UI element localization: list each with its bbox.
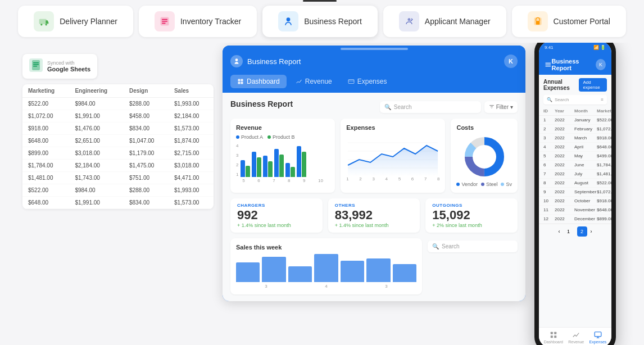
phone-nav-revenue[interactable]: Revenue (568, 331, 584, 344)
table-row: $1,072.00$1,991.00$458.00$2,184.00 (22, 110, 214, 122)
svg-rect-18 (241, 79, 243, 81)
phone-body: Annual Expenses Add expense 🔍 Search ≡ I… (539, 75, 611, 327)
bottom-search: 🔍 Search (428, 238, 518, 294)
phone-table-row: 32022March$918.00 (539, 134, 611, 143)
phone-titlebar: Business Report K (539, 56, 611, 75)
bar-group (285, 163, 295, 177)
customer-label: Customer Portal (554, 17, 610, 26)
svg-point-16 (235, 58, 238, 61)
sales-card: Sales this week 343 (230, 238, 422, 294)
stats-row: CHARGERS 992 + 1.4% since last month OTH… (230, 198, 518, 233)
sales-bar (366, 258, 390, 282)
sheets-icon (29, 58, 43, 74)
legend-vendor: Vendor (456, 181, 478, 187)
phone-nav-expenses[interactable]: Expenses (589, 331, 607, 344)
page-1-button[interactable]: 1 (564, 226, 574, 237)
search-bar[interactable]: 🔍 Search (380, 101, 481, 113)
nav-revenue[interactable]: Revenue (289, 75, 339, 88)
svg-rect-19 (238, 82, 241, 84)
sync-text: Synced with Google Sheets (47, 60, 90, 72)
table-row: $899.00$3,018.00$1,179.00$2,715.00 (22, 147, 214, 160)
legend-sv: Sv (501, 181, 512, 187)
phone-section-header: Annual Expenses Add expense (539, 75, 611, 93)
phone-bottom-nav: Dashboard Revenue Expenses (539, 327, 611, 345)
legend-steel: Steel (481, 181, 498, 187)
phone-table-row: 102022October$918.00 (539, 197, 611, 206)
sales-bar (341, 261, 364, 282)
page-2-button[interactable]: 2 (577, 226, 587, 237)
col-sales: Sales (169, 84, 214, 98)
svg-point-8 (407, 18, 410, 21)
bar-group (274, 149, 284, 177)
tab-delivery[interactable]: Delivery Planner (18, 6, 133, 37)
phone-table-row: 42022April$648.00 (539, 143, 611, 152)
svg-rect-37 (551, 332, 553, 334)
col-design: Design (124, 84, 169, 98)
bottom-search-bar[interactable]: 🔍 Search (428, 240, 518, 252)
inventory-label: Inventory Tracker (180, 17, 241, 26)
x-axis: 5678910 (236, 178, 329, 183)
search-icon: 🔍 (384, 104, 391, 110)
app-body: Business Report 🔍 Search Filter ▾ (223, 93, 525, 301)
svg-rect-15 (33, 66, 37, 67)
sales-x-axis: 343 (236, 284, 416, 289)
stat-others: OTHERS 83,992 + 1.4% since last month (328, 198, 420, 233)
app-title: Business Report (230, 55, 301, 67)
phone-pagination: ‹ 1 2 › (539, 224, 611, 239)
tab-applicant[interactable]: Applicant Manager (383, 6, 506, 37)
expenses-x-axis: 12345678 (346, 176, 439, 181)
legend-product-a: Product A (236, 134, 263, 140)
svg-rect-12 (32, 60, 40, 70)
phone-table-header: ID Year Month Marketing (539, 107, 611, 116)
line-chart (346, 134, 439, 176)
svg-rect-21 (348, 80, 354, 84)
phone-nav-dashboard[interactable]: Dashboard (544, 331, 563, 344)
delivery-label: Delivery Planner (60, 17, 117, 26)
tab-inventory[interactable]: Inventory Tracker (139, 6, 257, 37)
bar-group (297, 146, 306, 177)
phone-table-row: 92022September$1,072.00 (539, 188, 611, 197)
phone-add-expense-button[interactable]: Add expense (579, 78, 607, 92)
tab-customer[interactable]: Customer Portal (512, 6, 626, 37)
tab-business[interactable]: Business Report (262, 6, 378, 37)
phone-outer: 9:41 📶 🔋 Business Report K (534, 37, 616, 345)
app-titlebar: Business Report K (223, 50, 525, 72)
bottom-search-icon: 🔍 (432, 243, 439, 249)
app-title-icon (230, 55, 243, 67)
sales-bar (262, 257, 285, 282)
app-window: Business Report K Dashboard Revenue Expe… (223, 46, 525, 301)
phone-menu-icon[interactable] (545, 61, 552, 69)
svg-rect-38 (554, 332, 556, 334)
phone-table-rows: 12022January$522.0022022February$1,072.0… (539, 116, 611, 224)
left-panel: Synced with Google Sheets Marketing Engi… (22, 54, 214, 335)
customer-icon (528, 11, 548, 31)
nav-expenses[interactable]: Expenses (341, 75, 394, 88)
prev-page-button[interactable]: ‹ (559, 229, 560, 234)
phone-table-row: 22022February$1,072.00 (539, 125, 611, 134)
phone-search[interactable]: 🔍 Search ≡ (543, 95, 607, 105)
filter-button[interactable]: Filter ▾ (484, 101, 518, 113)
bottom-section: Sales this week 343 (230, 238, 518, 294)
bar-chart (241, 143, 306, 177)
main-content: Synced with Google Sheets Marketing Engi… (0, 43, 644, 335)
phone-notch-area (539, 51, 611, 56)
phone-table-row: 52022May$499.00 (539, 152, 611, 161)
table-row: $648.00$2,651.00$1,047.00$1,874.00 (22, 135, 214, 147)
data-table: Marketing Engineering Design Sales $522.… (22, 84, 214, 209)
costs-chart: Costs Vendor (451, 119, 518, 193)
svg-rect-17 (238, 79, 241, 81)
inventory-icon (155, 11, 175, 31)
table-row: $1,481.00$1,743.00$751.00$4,471.00 (22, 172, 214, 184)
nav-dashboard[interactable]: Dashboard (230, 75, 287, 88)
svg-rect-14 (33, 64, 39, 65)
phone-status-bar: 9:41 📶 🔋 (539, 42, 611, 51)
center-panel: Business Report K Dashboard Revenue Expe… (223, 46, 525, 335)
charts-row: Revenue Product A Product B (230, 119, 518, 193)
sales-bars (236, 254, 416, 282)
delivery-icon (34, 11, 54, 31)
phone-table-row: 72022July$1,481.00 (539, 170, 611, 179)
phone-mockup: 9:41 📶 🔋 Business Report K (534, 37, 622, 335)
next-page-button[interactable]: › (591, 229, 592, 234)
app-nav: Dashboard Revenue Expenses (223, 72, 525, 93)
table-row: $522.00$984.00$288.00$1,993.00 (22, 184, 214, 197)
